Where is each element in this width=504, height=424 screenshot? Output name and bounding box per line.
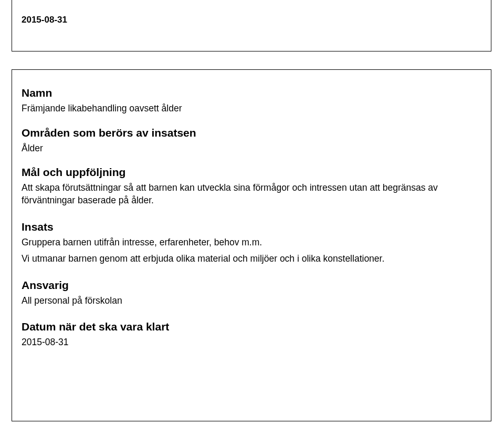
header-date: 2015-08-31 [22,15,481,25]
main-box: Namn Främjande likabehandling oavsett ål… [12,69,491,421]
section-mal: Mål och uppföljning Att skapa förutsättn… [22,166,481,206]
text-omraden: Ålder [22,142,481,155]
page: 2015-08-31 Namn Främjande likabehandling… [0,0,504,424]
text-insats-2: Vi utmanar barnen genom att erbjuda olik… [22,253,481,265]
section-namn: Namn Främjande likabehandling oavsett ål… [22,87,481,115]
header-box: 2015-08-31 [12,0,491,51]
heading-insats: Insats [22,221,481,233]
text-datum-klart: 2015-08-31 [22,336,481,349]
heading-datum-klart: Datum när det ska vara klart [22,320,481,333]
heading-omraden: Områden som berörs av insatsen [22,127,481,139]
heading-namn: Namn [22,87,481,99]
text-namn: Främjande likabehandling oavsett ålder [22,102,481,115]
section-omraden: Områden som berörs av insatsen Ålder [22,127,481,155]
text-mal: Att skapa förutsättningar så att barnen … [22,182,481,206]
section-insats: Insats Gruppera barnen utifrån intresse,… [22,221,481,265]
text-ansvarig: All personal på förskolan [22,295,481,307]
section-ansvarig: Ansvarig All personal på förskolan [22,279,481,307]
heading-mal: Mål och uppföljning [22,166,481,179]
text-insats-1: Gruppera barnen utifrån intresse, erfare… [22,236,481,249]
heading-ansvarig: Ansvarig [22,279,481,292]
section-datum-klart: Datum när det ska vara klart 2015-08-31 [22,320,481,349]
